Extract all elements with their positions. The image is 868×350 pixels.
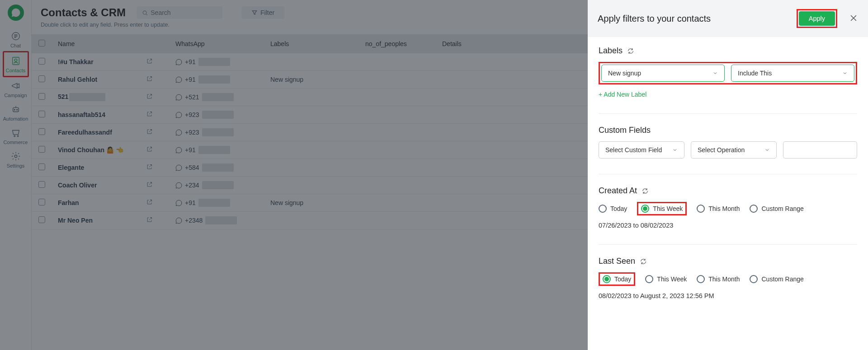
divider [599,174,857,174]
section-labels: Labels New signup Include This + Add New… [599,46,857,98]
apply-button[interactable]: Apply [799,11,835,26]
section-custom-fields: Custom Fields Select Custom Field Select… [599,126,857,159]
section-heading: Custom Fields [599,126,651,135]
chevron-down-icon [672,147,678,153]
panel-header: Apply filters to your contacts Apply [588,0,868,37]
chevron-down-icon [712,70,718,76]
select-value: New signup [608,70,641,77]
created-custom-radio[interactable]: Custom Range [750,205,803,213]
created-week-radio[interactable]: This Week [641,205,683,213]
close-icon [849,14,858,23]
section-heading: Labels [599,46,623,56]
lastseen-custom-radio[interactable]: Custom Range [750,275,803,283]
select-placeholder: Select Custom Field [605,146,662,154]
section-heading: Created At [599,186,637,196]
section-last-seen: Last Seen Today This Week This Month Cus… [599,257,857,299]
refresh-icon[interactable] [627,47,634,55]
created-range-text: 07/26/2023 to 08/02/2023 [599,222,857,229]
refresh-icon[interactable] [642,187,649,195]
lastseen-today-radio[interactable]: Today [603,275,631,283]
lastseen-month-radio[interactable]: This Month [697,275,740,283]
divider [599,244,857,245]
panel-title: Apply filters to your contacts [598,14,797,24]
refresh-icon[interactable] [640,258,647,265]
filter-panel: Apply filters to your contacts Apply Lab… [588,0,868,350]
created-month-radio[interactable]: This Month [697,205,740,213]
lastseen-week-radio[interactable]: This Week [645,275,687,283]
custom-field-select[interactable]: Select Custom Field [599,141,684,159]
select-placeholder: Select Operation [698,146,745,154]
lastseen-range-text: 08/02/2023 to August 2, 2023 12:56 PM [599,292,857,299]
custom-op-select[interactable]: Select Operation [691,141,777,159]
section-heading: Last Seen [599,257,635,266]
created-today-radio[interactable]: Today [599,205,627,213]
chevron-down-icon [842,70,848,76]
labels-op-select[interactable]: Include This [731,65,854,82]
custom-value-input[interactable] [783,141,857,159]
close-button[interactable] [849,14,858,24]
add-label-link[interactable]: + Add New Label [599,91,646,98]
section-created-at: Created At Today This Week This Month Cu… [599,186,857,229]
select-value: Include This [738,70,772,77]
divider [599,113,857,114]
labels-value-select[interactable]: New signup [601,65,725,82]
chevron-down-icon [764,147,770,153]
